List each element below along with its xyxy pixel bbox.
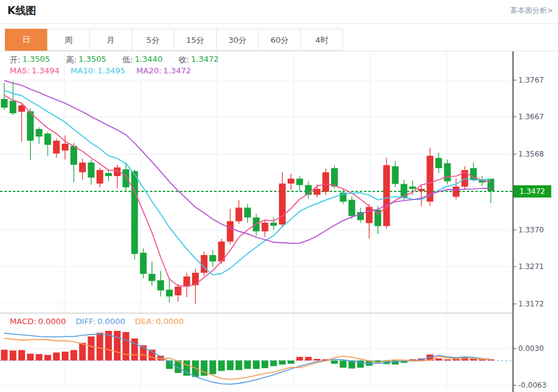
- macd-hist-bar: [288, 361, 294, 364]
- candle-body: [201, 255, 207, 273]
- candle-body: [270, 223, 277, 226]
- macd-hist-bar: [436, 358, 442, 360]
- ma20-legend: MA20:1.3472: [136, 66, 192, 75]
- open-value: 开:1.3505: [10, 54, 50, 65]
- macd-hist-bar: [392, 361, 399, 365]
- macd-hist-bar: [209, 361, 216, 374]
- candle-body: [418, 189, 425, 191]
- candle-body: [366, 207, 373, 223]
- candle-body: [62, 144, 69, 150]
- candle-body: [331, 168, 338, 187]
- macd-hist-bar: [35, 354, 42, 360]
- macd-hist-bar: [53, 352, 60, 360]
- timeframe-tabbar: 日 周 月 5分 15分 30分 60分 4时: [5, 29, 343, 51]
- candle-body: [1, 99, 8, 108]
- candle-body: [453, 187, 459, 197]
- candle-body: [10, 101, 17, 113]
- macd-hist-bar: [88, 336, 95, 360]
- candle-body: [314, 189, 321, 195]
- candle-body: [45, 133, 51, 144]
- dea-value: DEA:0.0000: [135, 317, 184, 326]
- macd-hist-bar: [132, 338, 138, 360]
- candle-body: [262, 223, 269, 231]
- candle-body: [296, 179, 303, 185]
- macd-value: MACD:0.0000: [10, 317, 66, 326]
- dea-line: [4, 338, 491, 379]
- macd-hist-bar: [97, 333, 103, 360]
- diff-line: [4, 333, 491, 384]
- tab-30min[interactable]: 30分: [216, 29, 259, 51]
- candle-body: [244, 208, 251, 218]
- title-divider: [0, 23, 558, 24]
- tab-week[interactable]: 周: [47, 29, 90, 51]
- candle-body: [209, 255, 216, 261]
- tab-day[interactable]: 日: [5, 29, 48, 51]
- page-title: K线图: [7, 4, 36, 18]
- low-value: 低:1.3440: [122, 54, 163, 65]
- macd-hist-bar: [227, 361, 234, 371]
- candle-body: [392, 166, 399, 184]
- tab-15min[interactable]: 15分: [174, 29, 217, 51]
- ma-legend: MA5:1.3494 MA10:1.3495 MA20:1.3472: [10, 66, 191, 75]
- macd-hist-bar: [262, 361, 269, 368]
- macd-hist-bar: [18, 350, 25, 360]
- tab-5min[interactable]: 5分: [132, 29, 174, 51]
- candle-body: [349, 200, 355, 216]
- candle-body: [236, 208, 242, 221]
- candle-body: [79, 163, 86, 172]
- ma5-legend: MA5:1.3494: [10, 66, 59, 75]
- macd-hist-bar: [70, 350, 77, 360]
- candle-body: [184, 276, 190, 287]
- candle-body: [383, 165, 390, 226]
- ma10-line: [4, 91, 491, 275]
- macd-hist-bar: [114, 331, 121, 361]
- macd-hist-bar: [62, 352, 69, 360]
- candle-body: [122, 169, 129, 188]
- candle-body: [444, 163, 451, 182]
- macd-legend: MACD:0.0000 DIFF:0.0000 DEA:0.0000: [10, 317, 184, 326]
- close-value: 收:1.3472: [179, 54, 219, 65]
- macd-hist-bar: [1, 350, 8, 361]
- macd-hist-bar: [253, 361, 259, 369]
- macd-hist-bar: [279, 361, 286, 365]
- macd-hist-bar: [45, 355, 51, 360]
- candle-body: [97, 170, 103, 183]
- macd-hist-bar: [236, 361, 242, 371]
- candle-body: [409, 187, 416, 189]
- candle-body: [279, 183, 286, 224]
- macd-hist-bar: [305, 357, 312, 361]
- macd-hist-bar: [270, 361, 277, 366]
- candle-body: [149, 274, 155, 281]
- candle-body: [175, 287, 182, 295]
- candle-body: [488, 179, 494, 191]
- tab-4hour[interactable]: 4时: [300, 29, 343, 51]
- candle-body: [132, 171, 138, 254]
- macd-hist-bar: [296, 357, 303, 361]
- macd-hist-bar: [340, 361, 346, 368]
- fundamental-analysis-link[interactable]: 基本面分析>: [510, 6, 553, 16]
- candle-body: [70, 146, 77, 165]
- high-value: 高:1.3505: [66, 54, 106, 65]
- candle-body: [88, 163, 95, 178]
- macd-hist-bar: [79, 343, 86, 361]
- ma10-legend: MA10:1.3495: [70, 66, 125, 75]
- tab-month[interactable]: 月: [89, 29, 132, 51]
- candle-body: [27, 111, 34, 141]
- macd-hist-bar: [244, 361, 251, 369]
- tab-60min[interactable]: 60分: [258, 29, 301, 51]
- diff-value: DIFF:0.0000: [76, 317, 125, 326]
- macd-hist-bar: [27, 353, 34, 360]
- current-price-badge: 1.3472: [513, 185, 551, 198]
- candle-body: [436, 158, 442, 168]
- candle-body: [140, 253, 147, 273]
- macd-hist-bar: [314, 359, 321, 361]
- candle-body: [227, 221, 234, 242]
- macd-hist-bar: [122, 332, 129, 361]
- macd-hist-bar: [444, 360, 451, 361]
- candle-body: [288, 179, 294, 183]
- candle-body: [105, 173, 112, 176]
- macd-hist-bar: [218, 361, 225, 371]
- candle-body: [322, 172, 329, 192]
- candle-body: [35, 129, 42, 136]
- tabbar-bottom-border: [0, 51, 558, 51]
